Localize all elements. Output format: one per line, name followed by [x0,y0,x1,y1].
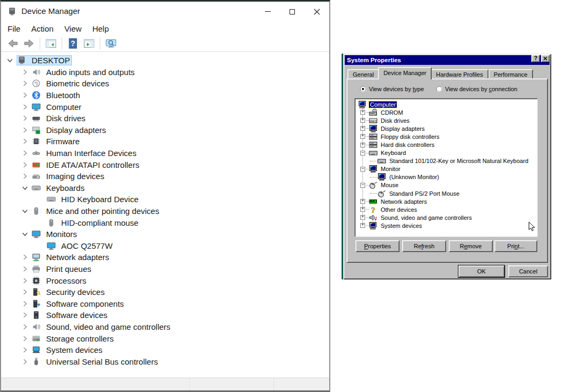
device-row[interactable]: Keyboards [1,182,329,194]
tree-item[interactable]: −Mouse [357,181,537,189]
tree-item[interactable]: +CDROM [357,108,537,116]
chevron-right-icon[interactable] [20,310,29,320]
tree-item[interactable]: (Unknown Monitor) [357,173,537,181]
chevron-right-icon[interactable] [20,287,29,297]
chevron-right-icon[interactable] [20,299,29,308]
maximize-button[interactable] [280,2,305,21]
expand-box[interactable]: + [360,207,365,212]
device-row[interactable]: Software components [1,298,329,309]
tree-item[interactable]: Computer [357,100,537,108]
chevron-right-icon[interactable] [20,357,29,366]
expand-box[interactable]: + [360,110,365,115]
device-row[interactable]: Network adapters [1,252,329,263]
device-row[interactable]: Computer [1,101,329,113]
back-button[interactable] [7,38,19,49]
device-row[interactable]: Disk drives [1,113,329,124]
chevron-right-icon[interactable] [20,91,29,100]
tree-item[interactable]: −Monitor [357,165,537,173]
expand-box[interactable]: + [360,126,365,131]
tab-device-manager[interactable]: Device Manager [378,67,432,79]
chevron-right-icon[interactable] [20,125,29,135]
chevron-right-icon[interactable] [20,253,29,262]
device-row[interactable]: Display adapters [1,124,329,136]
device-row[interactable]: Software devices [1,309,329,321]
tree-item[interactable]: +Floppy disk controllers [357,132,537,140]
device-row[interactable]: Bluetooth [1,90,329,101]
print-button[interactable]: Print... [494,240,537,252]
device-row[interactable]: Imaging devices [1,171,329,182]
chevron-right-icon[interactable] [20,149,29,158]
properties-button[interactable]: Properties [355,240,399,252]
tree-item[interactable]: +Network adapters [357,197,537,205]
device-row[interactable]: Print queues [1,263,329,275]
device-row[interactable]: Human Interface Devices [1,147,329,159]
collapse-box[interactable]: − [360,151,365,156]
expand-box[interactable]: + [360,134,365,139]
remove-button[interactable]: Remove [449,240,493,252]
menu-view[interactable]: View [59,23,87,35]
expand-box[interactable]: + [360,215,365,220]
forward-button[interactable] [23,38,35,49]
chevron-down-icon[interactable] [20,230,29,239]
tree-item[interactable]: Standard PS/2 Port Mouse [357,189,537,197]
ok-button[interactable]: OK [458,265,505,277]
expand-box[interactable]: + [360,143,365,147]
help-button[interactable]: ? [67,38,79,49]
collapse-box[interactable]: − [360,167,365,172]
minimize-button[interactable] [255,2,280,21]
device-row[interactable]: Monitors [1,228,329,240]
chevron-down-icon[interactable] [5,56,14,65]
tree-item[interactable]: +Hard disk controllers [357,140,537,149]
chevron-right-icon[interactable] [20,334,29,343]
selected-item[interactable]: DESKTOP [17,55,72,65]
device-row[interactable]: HID-compliant mouse [1,217,329,228]
chevron-right-icon[interactable] [20,68,29,77]
chevron-right-icon[interactable] [20,264,29,273]
device-row[interactable]: AOC Q2577W [1,240,329,252]
sp-titlebar[interactable]: System Properties [345,55,550,65]
device-row[interactable]: Mice and other pointing devices [1,205,329,217]
refresh-button[interactable]: Refresh [402,240,446,252]
device-row[interactable]: System devices [1,344,329,356]
tree-item[interactable]: Standard 101/102-Key or Microsoft Natura… [357,157,537,165]
cancel-button[interactable]: Cancel [508,265,548,277]
chevron-right-icon[interactable] [20,345,29,354]
chevron-right-icon[interactable] [20,114,29,123]
scan-for-hardware-changes-button[interactable] [105,38,117,49]
device-row[interactable]: Audio inputs and outputs [1,66,329,78]
device-row[interactable]: Firmware [1,136,329,147]
radio-view-by-connection[interactable]: View devices by connection [436,86,517,92]
tree-item[interactable]: +System devices [357,221,537,230]
chevron-down-icon[interactable] [20,183,29,193]
device-row[interactable]: IDE ATA/ATAPI controllers [1,159,329,171]
tree-item[interactable]: +Disk drives [357,116,537,124]
menu-help[interactable]: Help [87,23,114,35]
chevron-right-icon[interactable] [20,102,29,112]
chevron-right-icon[interactable] [20,137,29,146]
expand-box[interactable]: + [360,199,365,204]
tree-item[interactable]: −Keyboard [357,149,537,157]
close-button[interactable] [305,2,329,21]
device-row[interactable]: Processors [1,275,329,286]
tree-item[interactable]: +?Other devices [357,205,537,213]
menu-action[interactable]: Action [26,23,59,35]
radio-view-by-type[interactable]: View devices by type [360,86,424,92]
expand-box[interactable]: + [360,223,365,228]
collapse-box[interactable]: − [360,183,365,188]
menu-file[interactable]: File [8,23,26,35]
chevron-right-icon[interactable] [20,322,29,331]
device-row[interactable]: DESKTOP [1,55,329,66]
chevron-right-icon[interactable] [20,276,29,285]
close-button[interactable] [541,55,550,62]
show-console-tree-button[interactable] [45,38,57,49]
chevron-right-icon[interactable] [20,79,29,88]
device-row[interactable]: HID Keyboard Device [1,194,329,205]
expand-box[interactable]: + [360,118,365,123]
tree-item[interactable]: +Display adapters [357,124,537,132]
action-pane-button[interactable] [83,38,95,49]
tree-item[interactable]: +Sound, video and game controllers [357,213,537,221]
device-row[interactable]: Storage controllers [1,332,329,344]
device-row[interactable]: Biometric devices [1,78,329,90]
device-row[interactable]: Sound, video and game controllers [1,321,329,333]
chevron-right-icon[interactable] [20,160,29,169]
